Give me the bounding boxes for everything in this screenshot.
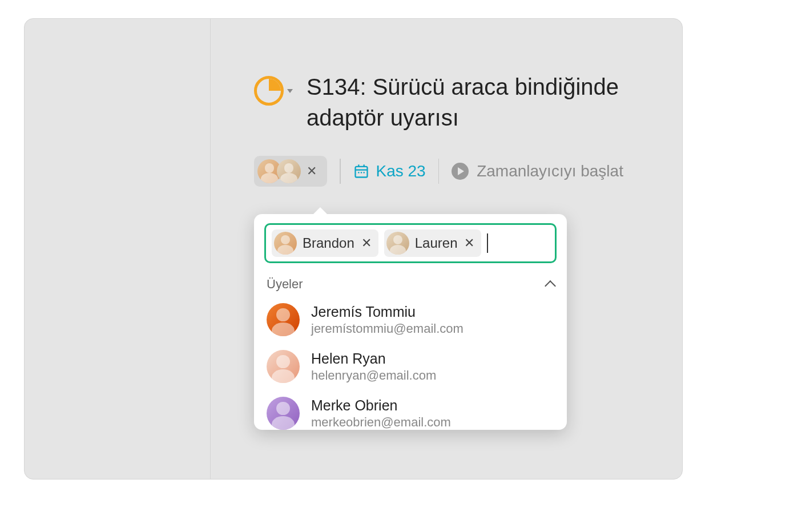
member-option[interactable]: Jeremís Tommiu jeremístommiu@email.com: [254, 296, 567, 343]
due-date-button[interactable]: Kas 23: [353, 162, 426, 180]
divider: [438, 159, 440, 184]
avatar: [267, 303, 300, 336]
start-timer-button[interactable]: Zamanlayıcıyı başlat: [452, 162, 623, 180]
chip-label: Brandon: [303, 235, 354, 251]
avatar: [267, 350, 300, 383]
avatar: [277, 159, 301, 183]
avatar: [386, 232, 409, 255]
assignee-chip[interactable]: Brandon ✕: [272, 229, 378, 257]
member-name: Helen Ryan: [311, 350, 436, 367]
main-content: S134: Sürücü araca bindiğinde adaptör uy…: [211, 19, 682, 479]
member-option[interactable]: Merke Obrien merkeobrien@email.com: [254, 390, 567, 430]
chevron-down-icon: [287, 89, 293, 93]
avatar: [267, 397, 300, 430]
assignee-chip[interactable]: Lauren ✕: [384, 229, 482, 257]
member-name: Jeremís Tommiu: [311, 304, 464, 320]
member-email: helenryan@email.com: [311, 368, 436, 383]
chevron-up-icon: [545, 280, 556, 292]
member-email: merkeobrien@email.com: [311, 415, 451, 430]
task-detail-window: S134: Sürücü araca bindiğinde adaptör uy…: [24, 18, 683, 479]
left-sidebar: [25, 19, 211, 479]
meta-row: ✕ Kas 23 Zamanlayıcıyı başlat: [254, 156, 648, 187]
member-info: Helen Ryan helenryan@email.com: [311, 350, 436, 383]
timer-label: Zamanlayıcıyı başlat: [477, 162, 623, 180]
text-cursor: [487, 233, 488, 253]
status-selector[interactable]: [254, 76, 293, 106]
divider: [340, 159, 341, 184]
clear-assignees-button[interactable]: ✕: [304, 164, 319, 179]
member-info: Merke Obrien merkeobrien@email.com: [311, 397, 451, 430]
task-title[interactable]: S134: Sürücü araca bindiğinde adaptör uy…: [307, 71, 648, 133]
members-section-header[interactable]: Üyeler: [254, 271, 567, 296]
due-date-label: Kas 23: [376, 162, 426, 180]
member-info: Jeremís Tommiu jeremístommiu@email.com: [311, 304, 464, 336]
section-label: Üyeler: [267, 277, 303, 292]
avatar: [274, 232, 297, 255]
remove-chip-button[interactable]: ✕: [463, 236, 475, 251]
progress-pie-icon: [254, 76, 284, 106]
assignee-input[interactable]: Brandon ✕ Lauren ✕: [264, 223, 557, 263]
assignee-pill[interactable]: ✕: [254, 156, 327, 187]
calendar-icon: [353, 163, 369, 179]
member-email: jeremístommiu@email.com: [311, 321, 464, 336]
member-name: Merke Obrien: [311, 397, 451, 414]
member-option[interactable]: Helen Ryan helenryan@email.com: [254, 343, 567, 390]
remove-chip-button[interactable]: ✕: [360, 236, 373, 251]
play-icon: [452, 163, 469, 180]
chip-label: Lauren: [415, 235, 458, 251]
title-row: S134: Sürücü araca bindiğinde adaptör uy…: [254, 71, 648, 133]
assignee-dropdown: Brandon ✕ Lauren ✕ Üyeler Jeremís Tommiu: [254, 214, 567, 430]
